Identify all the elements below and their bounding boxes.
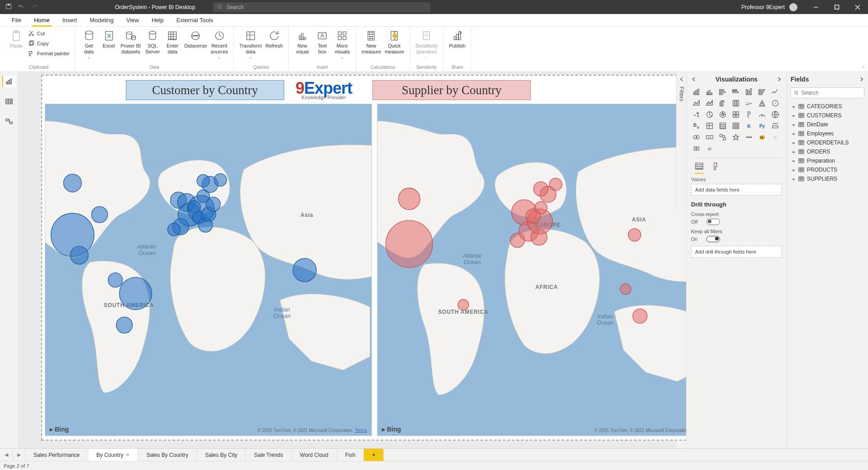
more-visuals-button[interactable]: More visuals⌵: [332, 29, 352, 60]
bubble-Spain[interactable]: [510, 233, 525, 248]
bubble-Venezuela[interactable]: [108, 273, 123, 287]
field-table-orders[interactable]: ORDERS: [791, 147, 864, 156]
viz-type-29[interactable]: [704, 133, 715, 142]
viz-type-23[interactable]: [717, 121, 728, 130]
viz-type-3[interactable]: [730, 87, 741, 96]
viz-type-10[interactable]: [730, 99, 741, 108]
viz-type-24[interactable]: [730, 121, 741, 130]
add-page-button[interactable]: +: [364, 449, 384, 461]
fields-tab-button[interactable]: [695, 162, 704, 172]
keep-filters-toggle[interactable]: [706, 236, 720, 242]
viz-type-11[interactable]: [744, 99, 754, 108]
data-view-button[interactable]: [2, 96, 16, 107]
page-tab-sales-by-city[interactable]: Sales By City: [197, 449, 246, 461]
viz-type-19[interactable]: [757, 110, 768, 119]
quick-measure-button[interactable]: Quick measure: [383, 29, 406, 55]
field-table-dimdate[interactable]: DimDate: [791, 120, 864, 129]
redo-icon[interactable]: [31, 3, 37, 11]
field-table-categories[interactable]: CATEGORIES: [791, 102, 864, 111]
tab-view[interactable]: View: [120, 14, 145, 27]
filters-pane-collapsed[interactable]: Filters: [676, 72, 686, 208]
save-icon[interactable]: [5, 3, 12, 11]
viz-type-1[interactable]: [704, 87, 715, 96]
user-account[interactable]: Professor 9Expert: [741, 3, 797, 11]
tab-nav-prev[interactable]: ◀: [0, 449, 13, 461]
viz-type-36[interactable]: w: [704, 144, 715, 153]
publish-button[interactable]: Publish: [447, 29, 467, 50]
chevron-right-icon[interactable]: [859, 77, 864, 82]
field-table-suppliers[interactable]: SUPPLIERS: [791, 174, 864, 183]
report-canvas[interactable]: Customer by Country 9Expert Knowledge Pr…: [41, 75, 714, 441]
pbi-datasets-button[interactable]: Power BI datasets: [119, 29, 143, 55]
viz-type-7[interactable]: [691, 99, 702, 108]
viz-type-27[interactable]: [770, 121, 781, 130]
transform-data-button[interactable]: Transform data⌵: [238, 29, 264, 60]
model-view-button[interactable]: [2, 115, 16, 127]
recent-sources-button[interactable]: Recent sources⌵: [209, 29, 230, 60]
field-table-preparation[interactable]: Preparation: [791, 156, 864, 165]
field-table-orderdetails[interactable]: ORDERDETAILS: [791, 138, 864, 147]
bubble-USA[interactable]: [386, 221, 433, 268]
viz-type-5[interactable]: [757, 87, 768, 96]
values-dropzone[interactable]: Add data fields here: [691, 184, 782, 196]
field-table-products[interactable]: PRODUCTS: [791, 165, 864, 174]
viz-type-21[interactable]: [691, 121, 702, 130]
bubble-Canada[interactable]: [63, 174, 81, 192]
bubble-Australia[interactable]: [633, 309, 647, 323]
viz-type-32[interactable]: [744, 133, 754, 142]
viz-type-18[interactable]: [744, 110, 754, 119]
minimize-button[interactable]: [806, 0, 826, 14]
text-box-button[interactable]: AText box: [312, 29, 332, 55]
field-table-customers[interactable]: CUSTOMERS: [791, 111, 864, 120]
format-tab-button[interactable]: [712, 162, 721, 172]
viz-type-17[interactable]: [730, 110, 741, 119]
enter-data-button[interactable]: Enter data: [162, 29, 182, 55]
bubble-Brazil[interactable]: [119, 277, 152, 310]
viz-type-14[interactable]: [691, 110, 702, 119]
excel-button[interactable]: Excel: [99, 29, 119, 50]
chevron-left-icon[interactable]: [691, 77, 696, 82]
supplier-map[interactable]: AtlanticOcean IndianOcean ASIA EUROPE AF…: [377, 104, 709, 436]
viz-type-13[interactable]: [770, 99, 781, 108]
cross-report-toggle[interactable]: [706, 219, 720, 225]
viz-type-30[interactable]: [717, 133, 728, 142]
tab-external-tools[interactable]: External Tools: [170, 14, 219, 27]
fields-search-input[interactable]: [801, 90, 861, 96]
viz-type-25[interactable]: R: [744, 121, 754, 130]
tab-insert[interactable]: Insert: [56, 14, 84, 27]
bubble-SE-Asia[interactable]: [293, 259, 316, 282]
field-table-employees[interactable]: Employees: [791, 129, 864, 138]
bubble-Finland[interactable]: [214, 173, 227, 186]
sql-server-button[interactable]: SQL Server: [143, 29, 162, 55]
bubble-Norway[interactable]: [197, 174, 210, 187]
bubble-Norway[interactable]: [534, 182, 548, 196]
bubble-Singapore[interactable]: [620, 283, 631, 294]
viz-type-20[interactable]: [770, 110, 781, 119]
new-measure-button[interactable]: New measure: [360, 29, 383, 55]
maximize-button[interactable]: [826, 0, 847, 14]
viz-type-9[interactable]: [717, 99, 728, 108]
page-tab-by-country[interactable]: By Country✕: [88, 449, 138, 461]
global-search[interactable]: Search: [213, 2, 430, 12]
viz-type-0[interactable]: [691, 87, 702, 96]
bubble-Portugal[interactable]: [167, 223, 180, 236]
viz-type-34[interactable]: ::: [770, 133, 781, 142]
page-tab-word-cloud[interactable]: Word Cloud: [292, 449, 337, 461]
viz-type-2[interactable]: [717, 87, 728, 96]
new-visual-button[interactable]: New visual: [292, 29, 312, 55]
tab-home[interactable]: Home: [28, 14, 56, 27]
viz-type-6[interactable]: [770, 87, 781, 96]
tab-modeling[interactable]: Modeling: [83, 14, 120, 27]
viz-type-33[interactable]: 🐠: [757, 133, 768, 142]
undo-icon[interactable]: [18, 3, 24, 11]
viz-type-8[interactable]: [704, 99, 715, 108]
bubble-USA-east[interactable]: [91, 206, 108, 223]
viz-type-4[interactable]: [744, 87, 754, 96]
tab-help[interactable]: Help: [145, 14, 170, 27]
customer-map[interactable]: AtlanticOcean IndianOcean Asia SOUTH AME…: [45, 104, 372, 436]
bubble-Denmark[interactable]: [534, 201, 547, 214]
close-button[interactable]: [847, 0, 868, 14]
viz-type-35[interactable]: [691, 144, 702, 153]
page-tab-sales-performance[interactable]: Sales Performance: [25, 449, 88, 461]
viz-type-16[interactable]: [717, 110, 728, 119]
